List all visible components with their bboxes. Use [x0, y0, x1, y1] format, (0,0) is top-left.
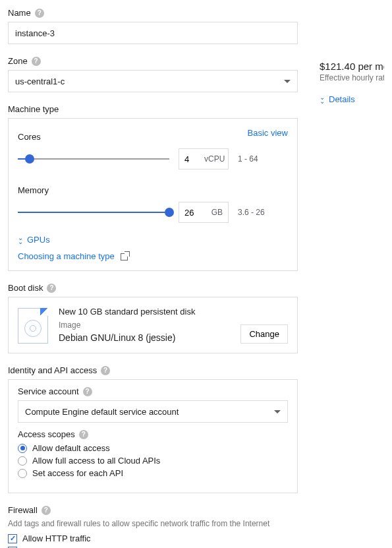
zone-select[interactable]: us-central1-c	[8, 70, 298, 92]
boot-disk-meta-label: Image	[59, 320, 230, 330]
cores-range: 1 - 64	[238, 154, 258, 164]
name-input[interactable]	[8, 22, 298, 44]
help-icon[interactable]: ?	[42, 506, 51, 515]
help-icon[interactable]: ?	[47, 284, 56, 293]
memory-slider[interactable]	[18, 206, 169, 219]
service-account-select[interactable]: Compute Engine default service account	[18, 400, 288, 423]
slider-thumb[interactable]	[165, 208, 174, 217]
external-link-icon	[121, 253, 128, 260]
cores-input[interactable]	[184, 154, 204, 164]
choose-machine-type-link[interactable]: Choosing a machine type	[18, 251, 115, 261]
radio-icon	[18, 444, 27, 453]
price-details-expand[interactable]: ⌄⌄ Details	[320, 94, 384, 104]
help-icon[interactable]: ?	[35, 9, 44, 18]
memory-range: 3.6 - 26	[238, 208, 265, 217]
service-account-value: Compute Engine default service account	[25, 407, 179, 417]
boot-disk-label: Boot disk	[8, 283, 43, 293]
chevron-double-down-icon: ⌄⌄	[18, 236, 23, 244]
zone-label: Zone	[8, 56, 28, 66]
radio-icon	[18, 456, 27, 466]
identity-label: Identity and API access	[8, 365, 97, 375]
memory-unit: GB	[211, 208, 223, 217]
chevron-double-down-icon: ⌄⌄	[320, 96, 325, 104]
memory-label: Memory	[18, 185, 288, 195]
help-icon[interactable]: ?	[32, 57, 41, 66]
price-hourly: Effective hourly rate $0.166	[320, 73, 384, 82]
checkbox-icon: ✓	[8, 534, 17, 543]
boot-disk-panel: New 10 GB standard persistent disk Image…	[8, 297, 298, 353]
basic-view-link[interactable]: Basic view	[248, 128, 288, 138]
cores-unit: vCPU	[204, 154, 225, 164]
allow-http-checkbox[interactable]: ✓ Allow HTTP traffic	[8, 533, 300, 543]
slider-thumb[interactable]	[25, 154, 34, 164]
gpus-expand[interactable]: ⌄⌄ GPUs	[18, 235, 288, 245]
memory-input[interactable]	[184, 208, 204, 218]
help-icon[interactable]: ?	[101, 366, 110, 375]
firewall-helper: Add tags and firewall rules to allow spe…	[8, 519, 300, 528]
price-monthly: $121.40 per month estimated	[320, 61, 384, 72]
boot-disk-image: Debian GNU/Linux 8 (jessie)	[59, 332, 230, 343]
service-account-label: Service account	[18, 386, 79, 396]
chevron-down-icon	[274, 410, 281, 413]
identity-panel: Service account ? Compute Engine default…	[8, 379, 298, 493]
machine-type-panel: Cores Basic view vCPU 1 - 64 Memory	[8, 118, 298, 271]
cores-label: Cores	[18, 132, 41, 142]
access-scope-radio[interactable]: Allow default access	[18, 443, 288, 453]
name-label: Name	[8, 8, 31, 18]
zone-value: us-central1-c	[15, 76, 65, 86]
machine-type-label: Machine type	[8, 104, 59, 114]
chevron-down-icon	[284, 80, 291, 83]
access-scope-radio[interactable]: Set access for each API	[18, 468, 288, 478]
boot-disk-title: New 10 GB standard persistent disk	[59, 307, 230, 317]
firewall-label: Firewall	[8, 505, 38, 515]
cores-slider[interactable]	[18, 152, 169, 166]
access-scope-radio[interactable]: Allow full access to all Cloud APIs	[18, 456, 288, 466]
help-icon[interactable]: ?	[83, 387, 92, 396]
radio-icon	[18, 469, 27, 478]
help-icon[interactable]: ?	[79, 430, 88, 439]
change-boot-disk-button[interactable]: Change	[240, 324, 288, 344]
disk-icon	[18, 308, 48, 344]
access-scopes-label: Access scopes	[18, 429, 75, 439]
